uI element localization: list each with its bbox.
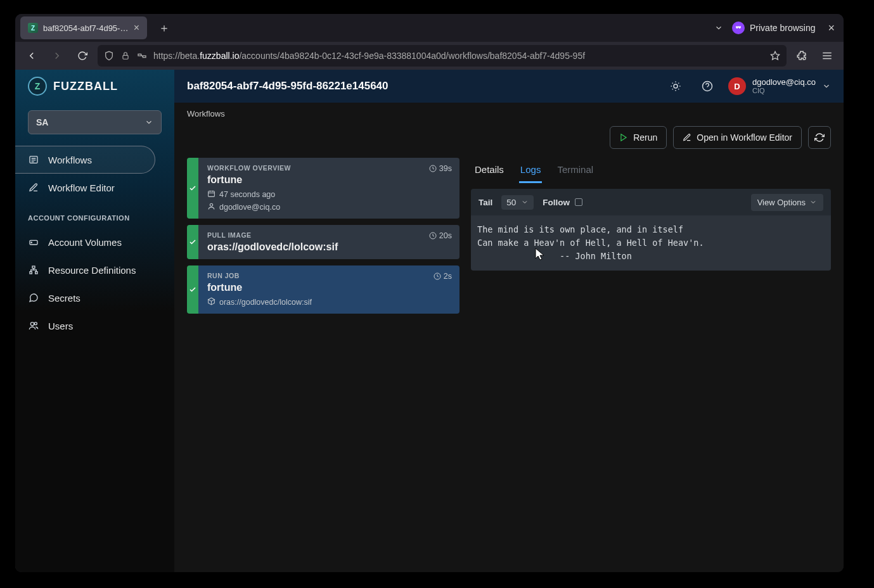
sidebar-item-label: Users (48, 321, 73, 331)
refresh-icon (814, 132, 825, 143)
browser-menu-icon[interactable] (817, 46, 837, 66)
svg-point-13 (31, 242, 32, 243)
browser-tab[interactable]: Z baf82054-abf7-4d95-95f × (20, 16, 147, 39)
tabs-overflow-icon[interactable] (714, 23, 723, 32)
svg-marker-22 (621, 134, 626, 141)
sidebar-item-account-volumes[interactable]: Account Volumes (15, 228, 174, 256)
list-icon (28, 154, 39, 165)
svg-rect-15 (30, 272, 32, 274)
sidebar-item-workflows[interactable]: Workflows (15, 146, 155, 174)
tab-details[interactable]: Details (473, 158, 505, 183)
org-selector[interactable]: SA (28, 110, 162, 134)
log-toolbar: Tail 50 Follow View Options (471, 189, 831, 215)
open-in-editor-button[interactable]: Open in Workflow Editor (673, 126, 802, 149)
new-tab-button[interactable]: ＋ (155, 18, 174, 37)
sidebar-item-resource-definitions[interactable]: Resource Definitions (15, 256, 174, 284)
sidebar-item-label: Workflows (48, 155, 92, 165)
chevron-down-icon (145, 118, 153, 127)
lock-icon[interactable] (120, 51, 131, 61)
svg-rect-14 (32, 266, 35, 268)
svg-marker-4 (771, 51, 779, 60)
tab-favicon: Z (28, 23, 38, 33)
private-browsing-label: Private browsing (750, 23, 816, 33)
avatar: D (728, 77, 746, 95)
view-options-button[interactable]: View Options (751, 194, 823, 211)
user-org: CIQ (752, 87, 816, 94)
url-text: https://beta.fuzzball.io/accounts/4ba982… (153, 51, 764, 61)
step-duration: 20s (429, 231, 452, 240)
step-card[interactable]: PULL IMAGEoras://godlovedc/lolcow:sif20s (187, 225, 459, 259)
app-frame: Z FUZZBALL SA Workflows Workflow Editor … (15, 70, 844, 572)
follow-toggle[interactable]: Follow (543, 198, 582, 207)
users-icon (28, 320, 39, 331)
browser-tabstrip: Z baf82054-abf7-4d95-95f × ＋ Private bro… (15, 14, 844, 42)
step-meta-row: oras://godlovedc/lolcow:sif (207, 297, 451, 307)
chevron-down-icon (521, 198, 529, 206)
play-icon (619, 133, 628, 142)
reload-button[interactable] (72, 46, 93, 66)
panel-tabs: Details Logs Terminal (471, 158, 831, 184)
step-status-success (187, 225, 198, 259)
brand-badge-icon: Z (28, 77, 47, 96)
step-meta-row: 47 seconds ago (207, 189, 451, 200)
tab-logs[interactable]: Logs (519, 158, 543, 183)
bookmark-star-icon[interactable] (770, 51, 780, 61)
sidebar-item-label: Account Volumes (48, 237, 122, 248)
sidebar-section-label: ACCOUNT CONFIGURATION (15, 201, 174, 228)
svg-rect-1 (138, 54, 141, 56)
user-icon (207, 202, 215, 212)
step-kicker: PULL IMAGE (207, 231, 451, 239)
permissions-icon[interactable] (137, 51, 147, 61)
brand-logo[interactable]: Z FUZZBALL (15, 70, 174, 103)
svg-point-19 (674, 84, 678, 88)
step-duration: 2s (434, 272, 452, 281)
extensions-icon[interactable] (792, 46, 812, 66)
theme-toggle-icon[interactable] (665, 75, 686, 97)
content-split: WORKFLOW OVERVIEWfortune47 seconds agodg… (174, 158, 844, 572)
sidebar-item-secrets[interactable]: Secrets (15, 284, 174, 312)
tail-label: Tail (479, 198, 492, 207)
user-menu[interactable]: D dgodlove@ciq.co CIQ (728, 77, 831, 95)
step-card[interactable]: WORKFLOW OVERVIEWfortune47 seconds agodg… (187, 158, 459, 219)
step-duration: 39s (429, 164, 452, 173)
private-browsing-indicator: Private browsing (732, 22, 816, 34)
browser-toolbar: https://beta.fuzzball.io/accounts/4ba982… (15, 42, 844, 70)
step-meta-row: dgodlove@ciq.co (207, 202, 451, 212)
step-meta-text: oras://godlovedc/lolcow:sif (219, 298, 312, 307)
step-kicker: RUN JOB (207, 272, 451, 279)
tab-close-icon[interactable]: × (134, 22, 139, 34)
shield-icon[interactable] (104, 51, 114, 61)
sidebar-item-label: Resource Definitions (48, 265, 136, 276)
cube-icon (207, 297, 215, 307)
svg-rect-16 (35, 272, 37, 274)
step-meta-text: dgodlove@ciq.co (219, 203, 280, 212)
tail-select[interactable]: 50 (501, 195, 534, 210)
step-title: fortune (207, 282, 451, 293)
checkbox-icon (575, 198, 582, 206)
back-button[interactable] (22, 46, 42, 66)
window-close-icon[interactable]: × (824, 22, 839, 35)
tab-terminal[interactable]: Terminal (556, 158, 594, 183)
chevron-down-icon (809, 198, 817, 206)
private-mask-icon (732, 22, 745, 34)
step-title: oras://godlovedc/lolcow:sif (207, 241, 451, 253)
svg-rect-23 (209, 191, 215, 197)
breadcrumb[interactable]: Workflows (174, 103, 844, 118)
org-selector-value: SA (36, 117, 48, 127)
step-status-success (187, 265, 198, 314)
rerun-button[interactable]: Rerun (610, 126, 667, 149)
forward-button[interactable] (47, 46, 67, 66)
svg-rect-0 (123, 55, 128, 59)
edit-icon (683, 133, 691, 142)
log-output[interactable]: The mind is its own place, and in itself… (471, 215, 831, 271)
steps-list: WORKFLOW OVERVIEWfortune47 seconds agodg… (187, 158, 459, 559)
sidebar-item-users[interactable]: Users (15, 312, 174, 340)
sidebar-item-label: Workflow Editor (48, 182, 115, 193)
chat-icon (28, 292, 39, 304)
step-card[interactable]: RUN JOBfortuneoras://godlovedc/lolcow:si… (187, 265, 459, 314)
sidebar-item-workflow-editor[interactable]: Workflow Editor (15, 174, 174, 201)
refresh-button[interactable] (808, 126, 831, 149)
help-icon[interactable] (697, 75, 718, 97)
svg-point-27 (210, 203, 212, 206)
url-bar[interactable]: https://beta.fuzzball.io/accounts/4ba982… (98, 45, 787, 67)
